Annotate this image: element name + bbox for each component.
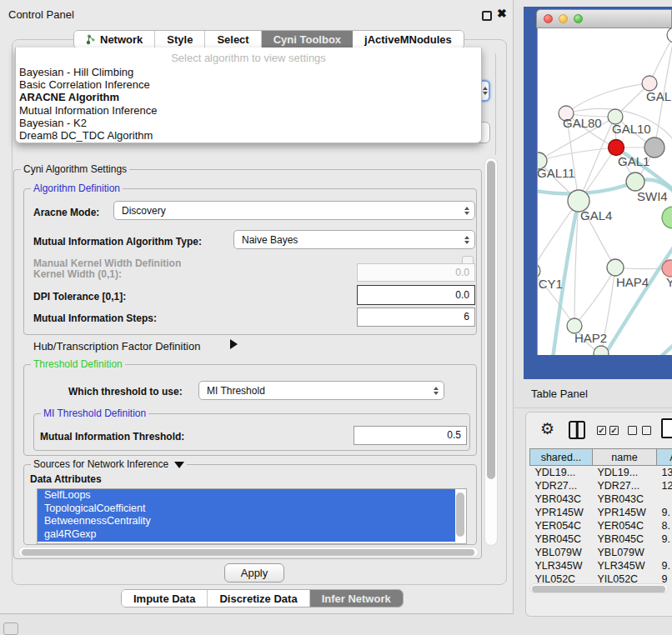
top-strip bbox=[514, 0, 672, 7]
table-cell[interactable]: 9. bbox=[657, 532, 672, 546]
column-header[interactable]: shared... bbox=[530, 449, 593, 466]
table-cell[interactable]: YPR145W bbox=[530, 506, 593, 519]
dropdown-item[interactable]: Bayesian - K2 bbox=[16, 117, 481, 129]
settings-hscrollbar[interactable] bbox=[18, 547, 479, 558]
minimized-panel-button[interactable] bbox=[3, 622, 18, 635]
network-node[interactable] bbox=[644, 138, 664, 158]
table-row[interactable]: YBL079WYBL079W bbox=[530, 546, 672, 559]
network-node-swi4[interactable] bbox=[626, 172, 644, 191]
tab-cyni-toolbox[interactable]: Cyni Toolbox bbox=[262, 31, 353, 48]
network-node[interactable] bbox=[662, 207, 672, 228]
which-threshold-select[interactable]: MI Threshold bbox=[198, 381, 444, 400]
tab-label: Infer Network bbox=[322, 592, 391, 605]
table-cell[interactable]: YER054C bbox=[530, 519, 593, 532]
close-icon[interactable]: ✖ bbox=[497, 7, 507, 20]
table-cell[interactable]: 13 bbox=[657, 466, 672, 479]
list-scrollbar-thumb[interactable] bbox=[456, 492, 464, 537]
data-attributes-list[interactable]: SelfLoopsTopologicalCoefficientBetweenne… bbox=[37, 488, 467, 544]
dropdown-item[interactable]: Bayesian - Hill Climbing bbox=[16, 66, 481, 78]
document-icon[interactable] bbox=[661, 418, 672, 438]
network-edge[interactable] bbox=[574, 268, 615, 326]
zoom-traffic-icon[interactable] bbox=[574, 14, 583, 23]
table-cell[interactable]: YDR27... bbox=[530, 479, 593, 492]
hscrollbar-thumb[interactable] bbox=[22, 549, 474, 556]
unchecked-columns-icon[interactable] bbox=[628, 426, 651, 435]
table-row[interactable]: YBR045CYBR045C9. bbox=[530, 532, 672, 546]
apply-button[interactable]: Apply bbox=[224, 563, 284, 582]
table-cell[interactable]: 9. bbox=[657, 506, 672, 519]
mi-type-select[interactable]: Naive Bayes bbox=[233, 230, 475, 249]
tab-jactivemnodules[interactable]: jActiveMNodules bbox=[353, 31, 464, 48]
table-cell[interactable]: YER054C bbox=[593, 519, 657, 532]
close-traffic-icon[interactable] bbox=[544, 14, 553, 23]
tab-style[interactable]: Style bbox=[155, 31, 205, 48]
table-cell[interactable]: YPR145W bbox=[593, 506, 657, 519]
table-row[interactable]: YLR345WYLR345W9. bbox=[530, 559, 672, 572]
column-header[interactable]: A bbox=[657, 449, 672, 466]
network-view[interactable]: GALGAL80GAL10GAL1GAL11SWI4GAL4GCY1HAP4YH… bbox=[537, 28, 672, 355]
table-cell[interactable]: YBR045C bbox=[593, 532, 657, 546]
dpi-tolerance-field[interactable]: 0.0 bbox=[357, 285, 475, 305]
mi-threshold-field[interactable]: 0.5 bbox=[354, 426, 467, 445]
table-row[interactable]: YER054CYER054C8. bbox=[530, 519, 672, 532]
table-cell[interactable]: YLR345W bbox=[530, 559, 593, 572]
dropdown-item[interactable]: Dream8 DC_TDC Algorithm bbox=[16, 129, 481, 142]
attribute-item[interactable]: TopologicalCoefficient bbox=[38, 502, 455, 516]
table-cell[interactable]: YLR345W bbox=[593, 559, 657, 572]
table-cell[interactable]: YDL19... bbox=[530, 466, 593, 479]
table-cell[interactable] bbox=[657, 546, 672, 559]
network-edge-thick[interactable] bbox=[641, 338, 672, 355]
table-cell[interactable]: 12 bbox=[657, 479, 672, 492]
kernel-width-field[interactable]: 0.0 bbox=[357, 263, 475, 282]
control-panel: Control Panel ✖ NetworkStyleSelectCyni T… bbox=[0, 0, 514, 614]
table-cell[interactable]: YBR045C bbox=[530, 532, 593, 546]
network-node-hap4[interactable] bbox=[607, 259, 624, 276]
settings-vscrollbar[interactable] bbox=[484, 158, 498, 546]
tab-infer-network[interactable]: Infer Network bbox=[310, 590, 403, 607]
attribute-item[interactable]: SelfLoops bbox=[38, 489, 455, 502]
dropdown-item[interactable]: ARACNE Algorithm bbox=[16, 91, 481, 103]
table-row[interactable]: YPR145WYPR145W9. bbox=[530, 506, 672, 519]
aracne-mode-select[interactable]: Discovery bbox=[113, 201, 475, 220]
table-cell[interactable]: 9. bbox=[657, 559, 672, 572]
table-hscrollbar[interactable] bbox=[529, 583, 669, 593]
network-edge[interactable] bbox=[538, 161, 539, 340]
gear-icon[interactable]: ⚙ bbox=[540, 419, 554, 438]
tab-select[interactable]: Select bbox=[205, 31, 261, 48]
node-table[interactable]: shared...nameA YDL19...YDL19...13YDR27..… bbox=[529, 448, 672, 586]
minimize-traffic-icon[interactable] bbox=[559, 14, 568, 23]
network-window-titlebar[interactable] bbox=[536, 9, 672, 28]
collapse-arrow-icon[interactable] bbox=[174, 462, 184, 468]
tab-network[interactable]: Network bbox=[74, 31, 155, 48]
dropdown-item[interactable]: Mutual Information Inference bbox=[16, 104, 481, 117]
vscrollbar-thumb[interactable] bbox=[487, 161, 495, 479]
table-cell[interactable]: YBL079W bbox=[530, 546, 593, 559]
table-row[interactable]: YBR043CYBR043C bbox=[530, 492, 672, 506]
dropdown-item[interactable]: Basic Correlation Inference bbox=[16, 78, 481, 91]
table-cell[interactable]: YBL079W bbox=[593, 546, 657, 559]
mi-steps-field[interactable]: 6 bbox=[357, 308, 475, 327]
expand-arrow-icon[interactable] bbox=[230, 339, 238, 349]
table-cell[interactable]: YBR043C bbox=[530, 492, 593, 506]
attribute-item[interactable]: gal4RGexp bbox=[38, 528, 455, 542]
network-node[interactable] bbox=[667, 28, 672, 42]
checked-columns-icon[interactable]: ✓✓ bbox=[597, 426, 619, 435]
table-hscrollbar-thumb[interactable] bbox=[532, 586, 665, 592]
network-edge-thick[interactable] bbox=[604, 240, 672, 355]
tab-discretize-data[interactable]: Discretize Data bbox=[208, 590, 309, 607]
column-header[interactable]: name bbox=[593, 449, 657, 466]
table-row[interactable]: YDL19...YDL19...13 bbox=[530, 466, 672, 479]
table-row[interactable]: YDR27...YDR27...12 bbox=[530, 479, 672, 492]
float-window-icon[interactable] bbox=[482, 11, 492, 21]
table-cell[interactable]: 8. bbox=[657, 519, 672, 532]
attribute-item[interactable]: BetweennessCentrality bbox=[38, 515, 455, 528]
network-node[interactable] bbox=[594, 346, 609, 355]
network-graph[interactable]: GALGAL80GAL10GAL1GAL11SWI4GAL4GCY1HAP4YH… bbox=[538, 28, 672, 355]
table-cell[interactable]: YDL19... bbox=[593, 466, 657, 479]
columns-icon[interactable] bbox=[569, 421, 585, 439]
tab-impute-data[interactable]: Impute Data bbox=[122, 590, 208, 607]
table-cell[interactable] bbox=[657, 492, 672, 506]
network-node-gal1[interactable] bbox=[609, 140, 624, 156]
table-cell[interactable]: YBR043C bbox=[593, 492, 657, 506]
table-cell[interactable]: YDR27... bbox=[593, 479, 657, 492]
